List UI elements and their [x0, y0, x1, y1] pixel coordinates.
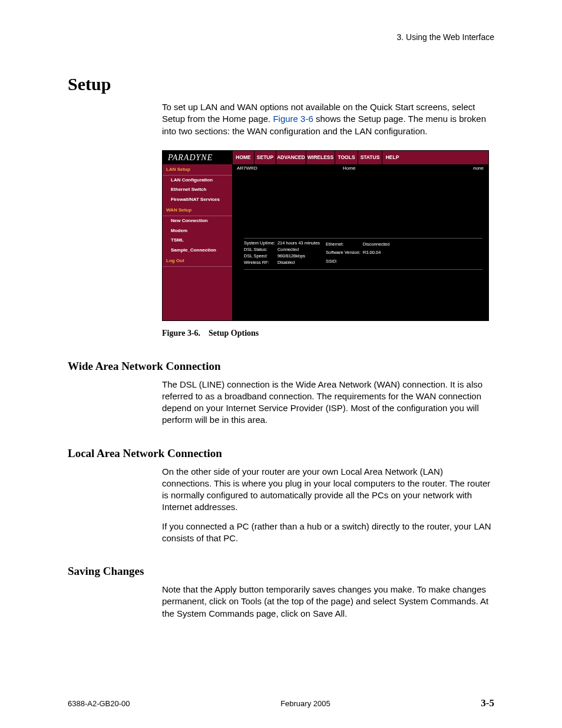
- sidebar-item-modem[interactable]: Modem: [163, 226, 232, 236]
- page-title: Setup: [68, 74, 494, 94]
- st-l: SSID:: [326, 257, 363, 266]
- doc-date: February 2005: [280, 699, 330, 708]
- st-v: 960/8128kbps: [277, 253, 322, 259]
- screenshot-figure: PARADYNE HOME SETUP ADVANCED WIRELESS TO…: [162, 150, 494, 339]
- running-header: 3. Using the Web Interface: [68, 32, 494, 42]
- brand-logo: PARADYNE: [163, 151, 232, 164]
- st-v: Disabled: [277, 259, 322, 266]
- st-l: Software Version:: [326, 248, 363, 257]
- intro-paragraph: To set up LAN and WAN options not availa…: [162, 101, 494, 137]
- sidebar-item-tsml[interactable]: TSML: [163, 236, 232, 246]
- nav-status[interactable]: STATUS: [358, 151, 382, 164]
- main-title: Home: [343, 164, 473, 172]
- st-l: Ethernet:: [326, 240, 363, 249]
- lan-paragraph-2: If you connected a PC (rather than a hub…: [162, 521, 494, 545]
- sidebar-group-lan: LAN Setup: [163, 164, 232, 176]
- sidebar-item-sample-connection[interactable]: Sample_Connection: [163, 246, 232, 256]
- wan-paragraph: The DSL (LINE) connection is the Wide Ar…: [162, 379, 494, 426]
- caption-text: Setup Options: [209, 329, 259, 337]
- saving-heading: Saving Changes: [68, 565, 494, 578]
- doc-id: 6388-A2-GB20-00: [68, 699, 130, 708]
- sidebar-item-lan-config[interactable]: LAN Configuration: [163, 176, 232, 186]
- caption-num: Figure 3-6.: [162, 329, 200, 337]
- main-right: none: [473, 164, 488, 172]
- st-v: R3.00.04: [363, 248, 392, 257]
- st-v: Connected: [277, 246, 322, 253]
- st-l: Wireless RF:: [244, 259, 277, 266]
- nav-home[interactable]: HOME: [232, 151, 254, 164]
- page-footer: 6388-A2-GB20-00 February 2005 3-5: [68, 697, 494, 709]
- sidebar-item-ethernet-switch[interactable]: Ethernet Switch: [163, 185, 232, 195]
- sidebar-logout[interactable]: Log Out: [163, 256, 232, 267]
- nav-setup[interactable]: SETUP: [254, 151, 276, 164]
- status-left-table: System Uptime:214 hours 43 minutes DSL S…: [244, 240, 322, 266]
- lan-paragraph-1: On the other side of your router are you…: [162, 466, 494, 514]
- nav-advanced[interactable]: ADVANCED: [276, 151, 306, 164]
- page-number: 3-5: [481, 697, 494, 709]
- sidebar-group-wan: WAN Setup: [163, 205, 232, 216]
- sidebar-item-firewall[interactable]: Firewall/NAT Services: [163, 195, 232, 205]
- st-v: 214 hours 43 minutes: [277, 240, 322, 246]
- saving-paragraph: Note that the Apply button temporarily s…: [162, 584, 494, 620]
- device-model: AR7WRD: [232, 164, 343, 172]
- main-panel: AR7WRD Home none System Uptime:214 hours…: [232, 164, 488, 320]
- st-l: DSL Speed:: [244, 253, 277, 259]
- lan-heading: Local Area Network Connection: [68, 447, 494, 460]
- figure-link[interactable]: Figure 3-6: [273, 114, 313, 124]
- st-v: Disconnected: [363, 240, 392, 249]
- status-right-table: Ethernet:Disconnected Software Version:R…: [326, 240, 392, 266]
- status-block: System Uptime:214 hours 43 minutes DSL S…: [244, 238, 482, 270]
- app-nav: PARADYNE HOME SETUP ADVANCED WIRELESS TO…: [163, 151, 488, 164]
- sidebar: LAN Setup LAN Configuration Ethernet Swi…: [163, 164, 232, 320]
- sidebar-item-new-connection[interactable]: New Connection: [163, 216, 232, 226]
- nav-help[interactable]: HELP: [382, 151, 402, 164]
- figure-caption: Figure 3-6. Setup Options: [162, 328, 494, 339]
- nav-tools[interactable]: TOOLS: [335, 151, 358, 164]
- wan-heading: Wide Area Network Connection: [68, 360, 494, 373]
- st-l: System Uptime:: [244, 240, 277, 246]
- st-v: [363, 257, 392, 266]
- st-l: DSL Status:: [244, 246, 277, 253]
- nav-wireless[interactable]: WIRELESS: [306, 151, 335, 164]
